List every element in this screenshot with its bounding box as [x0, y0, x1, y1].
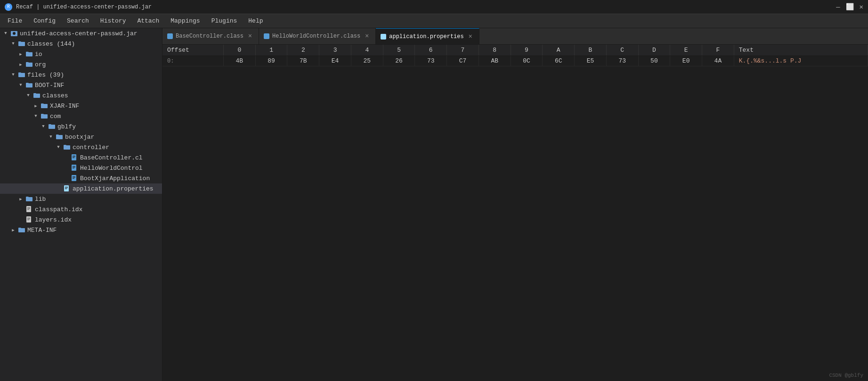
tree-arrow	[17, 206, 24, 213]
svg-rect-9	[73, 168, 74, 168]
tree-label: classes (144)	[27, 40, 75, 48]
tree-arrow: ▼	[17, 81, 24, 89]
tab-close-button[interactable]: ×	[363, 32, 371, 40]
folder-icon	[41, 102, 48, 110]
svg-rect-12	[73, 177, 75, 178]
tree-item[interactable]: HelloWorldControl	[0, 163, 162, 173]
hex-cell: C7	[447, 56, 479, 66]
tree-item[interactable]: BootXjarApplication	[0, 173, 162, 183]
tree-label: layers.idx	[35, 216, 72, 223]
tab-BaseController-class[interactable]: BaseController.class×	[162, 28, 259, 45]
svg-rect-18	[26, 206, 31, 212]
folder-icon	[18, 226, 25, 234]
tab-label: HelloWorldController.class	[272, 33, 360, 40]
tree-arrow: ▼	[9, 40, 17, 48]
tree-item[interactable]: ▼ unified-access-center-passwd.jar	[0, 28, 162, 39]
class-file-icon	[71, 164, 78, 172]
tree-item[interactable]: ▶ META-INF	[0, 225, 162, 235]
hex-column-f: F	[702, 45, 734, 56]
tab-icon	[264, 33, 269, 39]
tab-HelloWorldController-class[interactable]: HelloWorldController.class×	[259, 28, 376, 45]
class-file-icon	[71, 175, 78, 182]
menu-item-history[interactable]: History	[95, 16, 132, 26]
hex-column-a: A	[543, 45, 575, 56]
tree-item[interactable]: ▼ com	[0, 111, 162, 121]
minimize-button[interactable]: —	[836, 3, 840, 11]
hex-cell: E4	[319, 56, 351, 66]
svg-rect-22	[26, 216, 31, 222]
hex-cell: 6C	[543, 56, 575, 66]
tree-item[interactable]: ▼ classes (144)	[0, 39, 162, 49]
svg-rect-20	[27, 208, 30, 209]
maximize-button[interactable]: ⬜	[846, 3, 854, 11]
hex-body: 0:4B897BE4252673C7AB0C6CE57350E04AK.{.%&…	[162, 56, 868, 66]
folder-icon	[25, 81, 33, 89]
tree-item[interactable]: ▼ classes	[0, 90, 162, 101]
svg-rect-19	[27, 207, 30, 208]
hex-text: K.{.%&s...l.s P.J	[734, 56, 868, 66]
window-title: Recaf | unified-access-center-passwd.jar	[16, 4, 152, 10]
tree-item[interactable]: ▼ gblfy	[0, 121, 162, 132]
tree-arrow: ▼	[2, 30, 9, 37]
menu-item-plugins[interactable]: Plugins	[206, 16, 243, 26]
close-button[interactable]: ✕	[860, 3, 863, 11]
tree-label: unified-access-center-passwd.jar	[20, 30, 138, 37]
tree-item[interactable]: BaseController.cl	[0, 152, 162, 163]
hex-column-b: B	[575, 45, 607, 56]
hex-column-8: 8	[479, 45, 511, 56]
tree-item[interactable]: layers.idx	[0, 214, 162, 225]
hex-row: 0:4B897BE4252673C7AB0C6CE57350E04AK.{.%&…	[162, 56, 868, 66]
tree-label: classpath.idx	[35, 206, 82, 213]
menu-item-file[interactable]: File	[2, 16, 28, 26]
tree-item[interactable]: ▼ files (39)	[0, 70, 162, 80]
root-icon	[10, 30, 18, 37]
tree-item[interactable]: ▶ lib	[0, 194, 162, 204]
menu-item-mappings[interactable]: Mappings	[165, 16, 205, 26]
tab-application-properties[interactable]: application.properties×	[376, 28, 479, 45]
svg-point-1	[13, 32, 16, 35]
tab-close-button[interactable]: ×	[246, 32, 254, 40]
hex-column-e: E	[670, 45, 702, 56]
tree-item[interactable]: application.properties	[0, 183, 162, 194]
tree-item[interactable]: ▶ XJAR-INF	[0, 101, 162, 111]
svg-rect-23	[27, 218, 30, 218]
svg-rect-8	[73, 167, 75, 167]
hex-cell: E5	[575, 56, 607, 66]
tree-label: controller	[73, 144, 109, 151]
tree-label: com	[50, 113, 61, 120]
tree-arrow	[17, 216, 24, 223]
svg-rect-4	[73, 157, 75, 157]
tree-label: io	[35, 51, 42, 58]
svg-rect-17	[65, 189, 67, 189]
tree-arrow: ▶	[17, 61, 24, 68]
svg-rect-15	[65, 187, 68, 187]
tab-close-button[interactable]: ×	[467, 33, 474, 40]
hex-column-1: 1	[255, 45, 287, 56]
tree-item[interactable]: ▼ BOOT-INF	[0, 80, 162, 90]
tree-label: BOOT-INF	[35, 82, 64, 89]
folder-icon	[41, 112, 48, 120]
svg-rect-6	[72, 165, 76, 171]
tree-label: HelloWorldControl	[80, 165, 143, 172]
hex-viewer[interactable]: Offset0123456789ABCDEFText 0:4B897BE4252…	[162, 45, 868, 381]
tree-item[interactable]: ▶ io	[0, 49, 162, 59]
menu-item-search[interactable]: Search	[61, 16, 95, 26]
hex-cell: 7B	[287, 56, 319, 66]
tree-label: org	[35, 61, 46, 68]
menu-item-help[interactable]: Help	[243, 16, 268, 26]
tree-item[interactable]: ▼ bootxjar	[0, 132, 162, 142]
tree-arrow: ▶	[9, 226, 17, 234]
svg-rect-25	[27, 220, 29, 220]
hex-column-3: 3	[319, 45, 351, 56]
tree-arrow: ▼	[9, 71, 17, 79]
hex-column-c: C	[606, 45, 638, 56]
sidebar[interactable]: ▼ unified-access-center-passwd.jar▼ clas…	[0, 28, 162, 381]
hex-cell: 25	[351, 56, 383, 66]
svg-rect-21	[27, 209, 29, 210]
tree-item[interactable]: ▼ controller	[0, 142, 162, 152]
tree-arrow: ▼	[40, 123, 47, 130]
tree-item[interactable]: ▶ org	[0, 59, 162, 70]
tree-item[interactable]: classpath.idx	[0, 204, 162, 214]
menu-item-config[interactable]: Config	[28, 16, 61, 26]
menu-item-attach[interactable]: Attach	[131, 16, 165, 26]
